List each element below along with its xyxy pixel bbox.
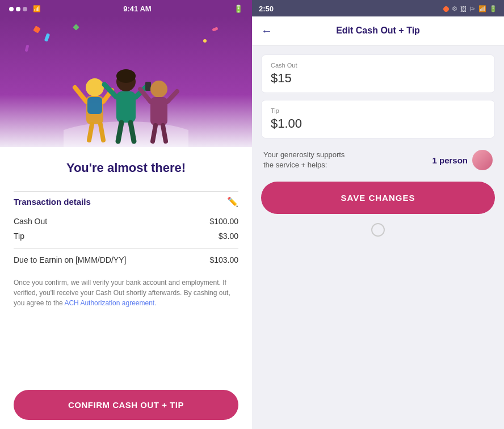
svg-line-3 [75, 87, 86, 102]
due-label: Due to Earnin on [MMM/DD/YY] [14, 255, 126, 264]
flag-icon: 🏳 [469, 6, 476, 12]
status-left: 📶 [9, 5, 41, 12]
confetti-6 [25, 45, 30, 52]
cashout-input-group[interactable]: Cash Out $15 [261, 54, 495, 93]
confetti-1 [33, 26, 41, 33]
avatar-circle [472, 150, 493, 170]
svg-line-14 [131, 123, 134, 141]
svg-point-16 [150, 81, 167, 98]
transaction-header: Transaction details ✏️ [14, 196, 238, 207]
svg-line-19 [167, 91, 177, 102]
cashout-label: Cash Out [14, 217, 47, 226]
generosity-text: Your generosity supportsthe service + he… [263, 150, 345, 170]
svg-point-9 [116, 69, 136, 83]
svg-point-1 [86, 78, 104, 96]
edit-pencil-icon[interactable]: ✏️ [227, 196, 238, 207]
record-icon [443, 6, 449, 12]
wifi-icon: 📶 [33, 5, 41, 12]
edit-time: 2:50 [259, 5, 274, 13]
image-icon: 🖼 [460, 6, 467, 12]
disclaimer-text: Once you confirm, we will verify your ba… [14, 277, 238, 383]
dot2 [16, 7, 20, 11]
confetti-3 [73, 24, 79, 30]
confetti-2 [44, 33, 50, 41]
hero-illustration [64, 56, 188, 147]
edit-header: ← Edit Cash Out + Tip [252, 16, 504, 45]
dot3 [23, 7, 27, 11]
transaction-row-due: Due to Earnin on [MMM/DD/YY] $103.00 [14, 248, 238, 267]
back-arrow-icon[interactable]: ← [261, 24, 272, 37]
confetti-5 [212, 27, 218, 31]
status-right: 🔋 [234, 5, 243, 13]
due-value: $103.00 [209, 255, 238, 264]
svg-rect-17 [150, 97, 167, 125]
hero-headline: You're almost there! [14, 161, 238, 175]
radio-button[interactable] [371, 223, 385, 237]
cashout-input-value: $15 [271, 71, 485, 86]
divider-top [14, 191, 238, 192]
battery-icon: 🔋 [234, 5, 243, 13]
edit-status-icons: ⚙ 🖼 🏳 📶 🔋 [443, 5, 497, 12]
battery-icon-right: 🔋 [489, 5, 497, 12]
settings-icon: ⚙ [452, 5, 457, 12]
transaction-title: Transaction details [14, 197, 91, 207]
tip-input-label: Tip [271, 107, 485, 114]
tip-label: Tip [14, 232, 24, 241]
ach-link[interactable]: ACH Authorization agreement. [64, 299, 156, 307]
person-count: 1 person [432, 155, 468, 165]
edit-body: Cash Out $15 Tip $1.00 Your generosity s… [252, 45, 504, 429]
svg-line-21 [163, 125, 166, 141]
save-changes-button[interactable]: SAVE CHANGES [261, 182, 495, 214]
left-panel: 📶 9:41 AM 🔋 [0, 0, 252, 429]
svg-line-6 [100, 124, 103, 140]
transaction-row-tip: Tip $3.00 [14, 229, 238, 243]
cashout-input-label: Cash Out [271, 62, 485, 69]
svg-line-13 [118, 123, 121, 141]
dot1 [9, 7, 14, 11]
transaction-row-cashout: Cash Out $100.00 [14, 214, 238, 229]
tip-value: $3.00 [219, 232, 238, 241]
svg-rect-10 [116, 91, 136, 123]
right-panel: 2:50 ⚙ 🖼 🏳 📶 🔋 ← Edit Cash Out + Tip Cas… [252, 0, 504, 429]
phone-content: You're almost there! Transaction details… [0, 147, 252, 429]
svg-line-20 [153, 125, 156, 141]
svg-point-0 [64, 121, 188, 147]
edit-status-bar: 2:50 ⚙ 🖼 🏳 📶 🔋 [252, 0, 504, 16]
generosity-row: Your generosity supportsthe service + he… [261, 145, 495, 175]
confetti-4 [203, 39, 207, 43]
cashout-value: $100.00 [209, 217, 238, 226]
phone-status-bar: 📶 9:41 AM 🔋 [0, 0, 252, 16]
tip-input-value: $1.00 [271, 116, 485, 131]
phone-time: 9:41 AM [123, 5, 151, 13]
generosity-right: 1 person [432, 150, 493, 170]
wifi-icon-right: 📶 [478, 5, 486, 12]
tip-input-group[interactable]: Tip $1.00 [261, 100, 495, 138]
confirm-button[interactable]: CONFIRM CASH OUT + TIP [14, 390, 238, 420]
svg-rect-15 [145, 82, 151, 91]
phone-hero [0, 16, 252, 147]
svg-line-5 [89, 124, 92, 140]
svg-rect-7 [87, 97, 102, 114]
edit-screen-title: Edit Cash Out + Tip [336, 26, 420, 36]
